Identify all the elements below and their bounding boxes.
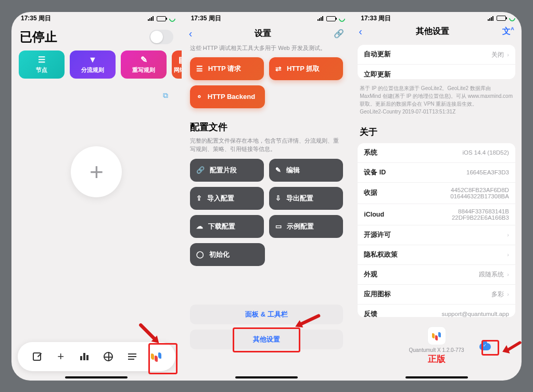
http-backend-button[interactable]: ⚬HTTP Backend bbox=[190, 85, 265, 108]
download-button[interactable]: ☁下载配置 bbox=[190, 215, 264, 238]
signal-icon bbox=[148, 16, 154, 21]
about-list: 系统iOS 14.4 (18D52) 设备 ID16645EA3F3D3 收据4… bbox=[358, 143, 515, 317]
card-rewrite[interactable]: ✎重写规则 bbox=[121, 50, 167, 79]
funnel-icon: ▼ bbox=[88, 55, 97, 65]
auto-update-row[interactable]: 自动更新 关闭› bbox=[358, 45, 515, 65]
stats-button[interactable] bbox=[78, 353, 91, 360]
card-nodes[interactable]: ☰节点 bbox=[19, 50, 65, 79]
link-icon[interactable]: 🔗 bbox=[334, 29, 344, 39]
http-subtitle: 这些 HTTP 调试相关工具大多用于 Web 开发及测试。 bbox=[182, 44, 352, 52]
row-icloud: iCloud8844F337683141B 22DF9B22E6A166B3 bbox=[358, 204, 515, 225]
row-device-id: 设备 ID16645EA3F3D3 bbox=[358, 163, 515, 183]
app-icon bbox=[427, 326, 446, 345]
signal-icon bbox=[318, 16, 323, 21]
import-button[interactable]: ⇪导入配置 bbox=[190, 187, 264, 210]
sync-icon bbox=[507, 14, 516, 23]
row-receipt: 收据4452C8FB23AF6D8D 016446322B17308BA bbox=[358, 183, 515, 204]
row-app-icon[interactable]: 应用图标多彩› bbox=[358, 285, 515, 305]
back-button[interactable]: ‹ bbox=[359, 26, 362, 37]
config-header: 配置文件 bbox=[190, 121, 344, 133]
status-bar: 17:35 周日 bbox=[11, 12, 182, 23]
row-appearance[interactable]: 外观跟随系统› bbox=[358, 265, 515, 285]
genuine-badge: 正版 bbox=[351, 353, 522, 365]
plus-button[interactable]: + bbox=[55, 350, 67, 363]
toolbar: + bbox=[18, 342, 175, 371]
import-icon: ⇪ bbox=[196, 194, 202, 202]
row-license[interactable]: 开源许可› bbox=[358, 225, 515, 245]
about-header: 关于 bbox=[351, 119, 522, 139]
http-request-button[interactable]: ☰HTTP 请求 bbox=[190, 57, 264, 80]
globe-button[interactable] bbox=[102, 352, 115, 361]
settings-button[interactable] bbox=[150, 353, 162, 360]
link-icon: 🔗 bbox=[196, 166, 205, 174]
export-icon: ⇩ bbox=[275, 194, 281, 202]
home-indicator bbox=[405, 376, 468, 378]
signal-icon bbox=[488, 16, 493, 21]
refresh-icon: ◯ bbox=[196, 250, 204, 258]
status-bar: 17:33 周日 bbox=[351, 12, 522, 23]
translate-icon[interactable]: 文A bbox=[502, 26, 514, 37]
home-indicator bbox=[235, 376, 298, 378]
doc-icon: ▭ bbox=[275, 222, 282, 230]
pencil-icon: ✎ bbox=[141, 55, 147, 65]
status-time: 17:33 周日 bbox=[361, 14, 391, 23]
config-subtitle: 完整的配置文件保存在本地，包含节点详情、分流规则、重写规则、策略、引用链接等信息… bbox=[190, 136, 344, 154]
update-now-row[interactable]: 立即更新 bbox=[358, 65, 515, 79]
row-feedback[interactable]: 反馈support@quantumult.app bbox=[358, 305, 515, 317]
panel-settings: 17:35 周日 ‹ 设置 🔗 这些 HTTP 调试相关工具大多用于 Web 开… bbox=[182, 12, 352, 381]
status-time: 17:35 周日 bbox=[21, 14, 51, 23]
share-icon: ⚬ bbox=[196, 93, 202, 101]
init-button[interactable]: ◯初始化 bbox=[190, 243, 265, 266]
sample-button[interactable]: ▭示例配置 bbox=[269, 215, 343, 238]
config-snippet-button[interactable]: 🔗配置片段 bbox=[190, 159, 264, 182]
vpn-toggle[interactable] bbox=[149, 30, 173, 44]
row-privacy[interactable]: 隐私权政策› bbox=[358, 245, 515, 265]
nodes-icon: ☰ bbox=[38, 55, 45, 65]
back-button[interactable]: ‹ bbox=[189, 28, 193, 40]
status-time: 17:35 周日 bbox=[191, 14, 221, 23]
compose-button[interactable] bbox=[31, 352, 43, 361]
geolite-note: 基于 IP 的位置信息来源于 GeoLite2。GeoLite2 数据库由 Ma… bbox=[351, 83, 522, 119]
home-title: 已停止 bbox=[20, 29, 57, 45]
row-system: 系统iOS 14.4 (18D52) bbox=[358, 143, 515, 163]
nav-title: 设置 bbox=[255, 28, 271, 39]
nav-title: 其他设置 bbox=[416, 26, 449, 37]
sync-icon bbox=[168, 14, 176, 23]
card-filter[interactable]: ▼分流规则 bbox=[70, 50, 116, 79]
export-button[interactable]: ⇩导出配置 bbox=[269, 187, 343, 210]
list-button[interactable] bbox=[126, 353, 138, 360]
cloud-icon: ☁ bbox=[196, 222, 203, 230]
battery-icon bbox=[326, 16, 336, 21]
panel-home: 17:35 周日 已停止 ☰节点 ▼分流规则 ✎重写规则 ▤网络活 ⧉ + + bbox=[11, 12, 182, 381]
edit-button[interactable]: ✎编辑 bbox=[269, 159, 343, 182]
other-settings-button[interactable]: 其他设置 bbox=[190, 330, 344, 349]
sync-icon bbox=[338, 14, 347, 23]
add-button[interactable]: + bbox=[71, 146, 122, 197]
swap-icon: ⇄ bbox=[275, 65, 282, 73]
panel-other-settings: 17:33 周日 ‹ 其他设置 文A 自动更新 关闭› 立即更新 基于 IP 的… bbox=[351, 12, 522, 381]
card-network[interactable]: ▤网络活 bbox=[172, 50, 182, 79]
battery-icon bbox=[157, 16, 166, 21]
battery-icon bbox=[497, 16, 506, 21]
panel-toolbar-button[interactable]: 面板 & 工具栏 bbox=[190, 305, 344, 324]
copy-icon[interactable]: ⧉ bbox=[163, 91, 168, 100]
home-indicator bbox=[65, 376, 128, 378]
app-version: Quantumult X 1.2.0-773 bbox=[351, 347, 522, 353]
http-capture-button[interactable]: ⇄HTTP 抓取 bbox=[269, 57, 343, 80]
status-bar: 17:35 周日 bbox=[182, 12, 352, 23]
edit-icon: ✎ bbox=[275, 166, 281, 174]
menu-icon: ☰ bbox=[196, 65, 203, 73]
cloud-verified-icon bbox=[479, 343, 491, 350]
